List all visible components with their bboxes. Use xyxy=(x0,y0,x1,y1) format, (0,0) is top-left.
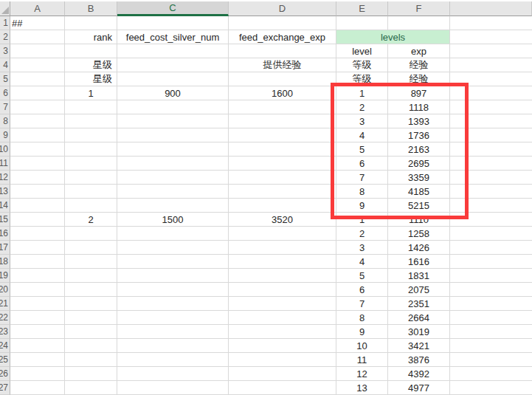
cell-E18[interactable]: 4 xyxy=(336,255,388,269)
cell-F16[interactable]: 1258 xyxy=(388,227,450,241)
cell-D7[interactable] xyxy=(229,100,336,114)
cell-D24[interactable] xyxy=(229,339,336,353)
cell-E6[interactable]: 1 xyxy=(336,86,388,100)
cell-G25[interactable] xyxy=(450,353,532,367)
cell-D5[interactable] xyxy=(229,72,336,86)
cell-G7[interactable] xyxy=(450,100,532,114)
row-header-23[interactable]: 23 xyxy=(0,325,10,339)
cell-E4[interactable]: 等级 xyxy=(336,58,388,72)
cell-F7[interactable]: 1118 xyxy=(388,100,450,114)
cell-D10[interactable] xyxy=(229,142,336,157)
cell-B4[interactable]: 星级 xyxy=(65,58,117,72)
cell-D4[interactable]: 提供经验 xyxy=(229,58,336,72)
cell-A2[interactable] xyxy=(10,30,65,44)
row-header-12[interactable]: 12 xyxy=(0,171,10,185)
cell-A20[interactable] xyxy=(10,283,65,297)
cell-A1[interactable]: ## xyxy=(10,16,65,30)
row-header-21[interactable]: 21 xyxy=(0,297,10,311)
cell-F23[interactable]: 3019 xyxy=(388,325,450,339)
column-header-E[interactable]: E xyxy=(336,1,388,16)
cell-A25[interactable] xyxy=(10,353,65,367)
row-header-4[interactable]: 4 xyxy=(0,58,10,72)
cell-D6[interactable]: 1600 xyxy=(229,86,336,100)
cell-G19[interactable] xyxy=(450,269,532,283)
cell-G13[interactable] xyxy=(450,185,532,199)
cell-G17[interactable] xyxy=(450,241,532,255)
cell-E25[interactable]: 11 xyxy=(336,353,388,367)
cell-A7[interactable] xyxy=(10,100,65,114)
cell-D19[interactable] xyxy=(229,269,336,283)
cell-A14[interactable] xyxy=(10,199,65,213)
cell-G23[interactable] xyxy=(450,325,532,339)
cell-D12[interactable] xyxy=(229,171,336,185)
cell-E7[interactable]: 2 xyxy=(336,100,388,114)
row-header-14[interactable]: 14 xyxy=(0,199,10,213)
cell-D25[interactable] xyxy=(229,353,336,367)
cell-C22[interactable] xyxy=(117,311,229,325)
cell-C21[interactable] xyxy=(117,297,229,311)
cell-C25[interactable] xyxy=(117,353,229,367)
cell-D22[interactable] xyxy=(229,311,336,325)
cell-F19[interactable]: 1831 xyxy=(388,269,450,283)
cell-C20[interactable] xyxy=(117,283,229,297)
row-header-10[interactable]: 10 xyxy=(0,142,10,157)
cell-B7[interactable] xyxy=(65,100,117,114)
cell-B20[interactable] xyxy=(65,283,117,297)
cell-E27[interactable]: 13 xyxy=(336,381,388,395)
cell-G9[interactable] xyxy=(450,128,532,142)
cell-E12[interactable]: 7 xyxy=(336,171,388,185)
column-header-C[interactable]: C xyxy=(117,1,229,16)
cell-G6[interactable] xyxy=(450,86,532,100)
row-header-7[interactable]: 7 xyxy=(0,100,10,114)
cell-E17[interactable]: 3 xyxy=(336,241,388,255)
cell-A11[interactable] xyxy=(10,157,65,171)
row-header-15[interactable]: 15 xyxy=(0,213,10,227)
cell-A26[interactable] xyxy=(10,367,65,381)
cell-B25[interactable] xyxy=(65,353,117,367)
cell-F27[interactable]: 4977 xyxy=(388,381,450,395)
row-header-1[interactable]: 1 xyxy=(0,16,10,30)
cell-F17[interactable]: 1426 xyxy=(388,241,450,255)
column-header-A[interactable]: A xyxy=(10,1,65,16)
cell-E26[interactable]: 12 xyxy=(336,367,388,381)
cell-B14[interactable] xyxy=(65,199,117,213)
row-header-3[interactable]: 3 xyxy=(0,44,10,58)
row-header-5[interactable]: 5 xyxy=(0,72,10,86)
cell-A10[interactable] xyxy=(10,142,65,157)
cell-E15[interactable]: 1 xyxy=(336,213,388,227)
cell-D8[interactable] xyxy=(229,114,336,128)
cell-C3[interactable] xyxy=(117,44,229,58)
cell-B23[interactable] xyxy=(65,325,117,339)
column-header-F[interactable]: F xyxy=(388,1,450,16)
cell-C16[interactable] xyxy=(117,227,229,241)
cell-G5[interactable] xyxy=(450,72,532,86)
cell-G15[interactable] xyxy=(450,213,532,227)
cell-C27[interactable] xyxy=(117,381,229,395)
column-header-D[interactable]: D xyxy=(229,1,336,16)
cell-F15[interactable]: 1110 xyxy=(388,213,450,227)
cell-F12[interactable]: 3359 xyxy=(388,171,450,185)
cell-G24[interactable] xyxy=(450,339,532,353)
cell-B11[interactable] xyxy=(65,157,117,171)
cell-A21[interactable] xyxy=(10,297,65,311)
cell-C7[interactable] xyxy=(117,100,229,114)
cell-A18[interactable] xyxy=(10,255,65,269)
cell-D23[interactable] xyxy=(229,325,336,339)
cell-F9[interactable]: 1736 xyxy=(388,128,450,142)
cell-A13[interactable] xyxy=(10,185,65,199)
cell-C14[interactable] xyxy=(117,199,229,213)
cell-E5[interactable]: 等级 xyxy=(336,72,388,86)
cell-B15[interactable]: 2 xyxy=(65,213,117,227)
cell-F1[interactable] xyxy=(388,16,450,30)
cell-A4[interactable] xyxy=(10,58,65,72)
row-header-27[interactable]: 27 xyxy=(0,381,10,395)
cell-C15[interactable]: 1500 xyxy=(117,213,229,227)
cell-F18[interactable]: 1616 xyxy=(388,255,450,269)
cell-D20[interactable] xyxy=(229,283,336,297)
cell-F4[interactable]: 经验 xyxy=(388,58,450,72)
cell-F3[interactable]: exp xyxy=(388,44,450,58)
cell-G14[interactable] xyxy=(450,199,532,213)
cell-F5[interactable]: 经验 xyxy=(388,72,450,86)
cell-D17[interactable] xyxy=(229,241,336,255)
cell-A6[interactable] xyxy=(10,86,65,100)
